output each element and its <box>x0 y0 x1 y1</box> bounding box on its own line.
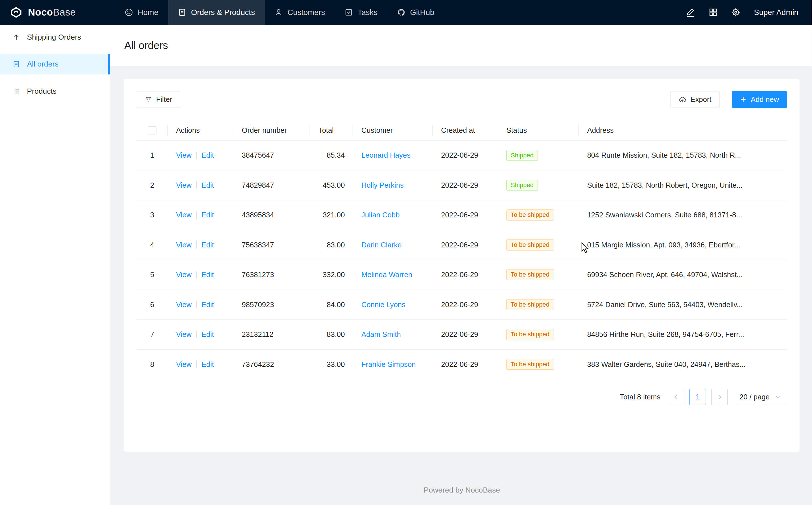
address-cell: 383 Walter Gardens, Suite 040, 24947, Be… <box>579 349 787 379</box>
view-link[interactable]: View <box>176 151 192 159</box>
customer-link[interactable]: Julian Cobb <box>361 211 399 219</box>
chevron-down-icon <box>775 394 781 400</box>
column-header-address: Address <box>579 120 787 140</box>
blocks-icon[interactable] <box>709 8 718 17</box>
sidebar-item-shipping-orders[interactable]: Shipping Orders <box>0 27 110 47</box>
customer-link[interactable]: Connie Lyons <box>361 301 405 309</box>
nav-tab-tasks[interactable]: Tasks <box>335 0 387 25</box>
edit-link[interactable]: Edit <box>202 330 214 339</box>
created-at-cell: 2022-06-29 <box>433 260 498 290</box>
row-actions: View Edit <box>168 230 233 260</box>
status-cell: To be shipped <box>498 230 579 260</box>
table-row: 2 View Edit 74829847 453.00 Holly Perkin… <box>137 170 787 200</box>
orders-icon <box>178 8 186 16</box>
prev-page-button[interactable] <box>668 389 685 405</box>
action-divider <box>196 211 197 219</box>
row-actions: View Edit <box>168 320 233 349</box>
sidebar-item-all-orders[interactable]: All orders <box>0 54 110 74</box>
customer-cell: Leonard Hayes <box>353 140 433 170</box>
user-menu[interactable]: Super Admin <box>754 8 798 17</box>
customer-link[interactable]: Holly Perkins <box>361 181 403 189</box>
edit-link[interactable]: Edit <box>202 241 214 249</box>
customer-link[interactable]: Adam Smith <box>361 330 400 338</box>
page-size-select[interactable]: 20 / page <box>733 389 787 405</box>
action-divider <box>196 152 197 159</box>
total-cell: 83.00 <box>310 320 353 349</box>
status-cell: To be shipped <box>498 290 579 319</box>
column-header-customer: Customer <box>353 120 433 140</box>
edit-link[interactable]: Edit <box>202 211 214 219</box>
highlighter-icon[interactable] <box>686 8 695 17</box>
nav-tab-customers[interactable]: Customers <box>265 0 335 25</box>
view-link[interactable]: View <box>176 211 192 219</box>
sidebar-item-label: Products <box>27 87 57 96</box>
view-link[interactable]: View <box>176 241 192 249</box>
orders-table-body: 1 View Edit 38475647 85.34 Leonard Hayes… <box>137 140 787 379</box>
status-badge: Shipped <box>506 180 538 191</box>
nav-tab-github[interactable]: GitHub <box>387 0 444 25</box>
address-cell: 015 Margie Mission, Apt. 093, 34936, Ebe… <box>579 230 787 260</box>
sidebar-item-products[interactable]: Products <box>0 81 110 101</box>
created-at-cell: 2022-06-29 <box>433 170 498 200</box>
table-row: 8 View Edit 73764232 33.00 Frankie Simps… <box>137 349 787 379</box>
users-icon <box>274 8 283 16</box>
nav-tab-home[interactable]: Home <box>115 0 168 25</box>
nav-tab-label: Home <box>138 8 159 17</box>
nav-tab-label: Tasks <box>358 8 377 17</box>
status-cell: To be shipped <box>498 200 579 230</box>
customer-link[interactable]: Leonard Hayes <box>361 151 411 159</box>
action-divider <box>196 361 197 368</box>
check-square-icon <box>345 8 353 16</box>
column-header-order-number: Order number <box>233 120 310 140</box>
filter-icon <box>145 96 152 103</box>
table-row: 4 View Edit 75638347 83.00 Darin Clarke … <box>137 230 787 260</box>
nav-tab-orders-products[interactable]: Orders & Products <box>168 0 265 25</box>
edit-link[interactable]: Edit <box>202 181 214 189</box>
app-body: Shipping Orders All orders <box>0 25 812 505</box>
status-badge: To be shipped <box>506 359 554 370</box>
export-button[interactable]: Export <box>670 91 720 108</box>
order-number-cell: 43895834 <box>233 200 310 230</box>
order-number-cell: 73764232 <box>233 349 310 379</box>
edit-link[interactable]: Edit <box>202 301 214 309</box>
total-cell: 33.00 <box>310 349 353 379</box>
gear-icon[interactable] <box>731 8 741 17</box>
status-cell: To be shipped <box>498 349 579 379</box>
total-cell: 83.00 <box>310 230 353 260</box>
customer-cell: Darin Clarke <box>353 230 433 260</box>
row-index: 5 <box>137 260 168 290</box>
next-page-button[interactable] <box>711 389 728 405</box>
add-new-button[interactable]: Add new <box>732 91 787 108</box>
view-link[interactable]: View <box>176 181 192 189</box>
column-header-created-at: Created at <box>433 120 498 140</box>
brand-logo[interactable]: NocoBase <box>0 0 115 25</box>
pagination: Total 8 items 1 20 / page <box>137 389 787 405</box>
pagination-total: Total 8 items <box>620 393 660 401</box>
customer-link[interactable]: Frankie Simpson <box>361 360 416 368</box>
table-toolbar: Filter Export <box>137 91 787 108</box>
view-link[interactable]: View <box>176 271 192 279</box>
order-doc-icon <box>12 60 20 68</box>
app-window: NocoBase Home <box>0 0 812 505</box>
page-number-button[interactable]: 1 <box>690 389 706 405</box>
status-badge: To be shipped <box>506 239 554 250</box>
table-row: 7 View Edit 23132112 83.00 Adam Smith 20… <box>137 320 787 349</box>
row-actions: View Edit <box>168 140 233 170</box>
view-link[interactable]: View <box>176 301 192 309</box>
created-at-cell: 2022-06-29 <box>433 140 498 170</box>
select-all-checkbox[interactable] <box>148 126 156 135</box>
edit-link[interactable]: Edit <box>202 151 214 159</box>
edit-link[interactable]: Edit <box>202 271 214 279</box>
nocobase-logo-icon <box>9 6 23 19</box>
row-index: 3 <box>137 200 168 230</box>
edit-link[interactable]: Edit <box>202 360 214 368</box>
row-index: 6 <box>137 290 168 319</box>
table-row: 6 View Edit 98570923 84.00 Connie Lyons … <box>137 290 787 319</box>
toolbar-right: Export Add new <box>670 91 787 108</box>
view-link[interactable]: View <box>176 330 192 339</box>
customer-link[interactable]: Darin Clarke <box>361 241 401 249</box>
customer-link[interactable]: Melinda Warren <box>361 271 412 279</box>
row-index: 4 <box>137 230 168 260</box>
filter-button[interactable]: Filter <box>137 91 180 108</box>
view-link[interactable]: View <box>176 360 192 368</box>
